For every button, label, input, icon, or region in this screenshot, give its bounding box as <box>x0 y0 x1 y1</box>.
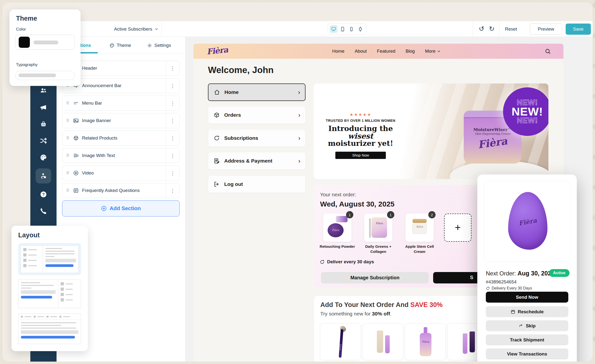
skip-button[interactable]: Skip <box>486 320 568 331</box>
drag-handle-icon[interactable]: ⠿ <box>62 101 73 106</box>
preview-button[interactable]: Preview <box>530 24 562 35</box>
chevron-right-icon: › <box>298 134 300 142</box>
kebab-menu-icon[interactable]: ⋮ <box>166 78 179 93</box>
toolbar-divider <box>499 21 499 37</box>
nav-link-more[interactable]: More <box>425 49 440 54</box>
nav-link-blog[interactable]: Blog <box>405 49 415 54</box>
upsell-subtitle-bold: 30% off <box>372 311 390 316</box>
responsive-preview-button[interactable] <box>356 25 364 33</box>
section-row-image-with-text[interactable]: ⠿ Image With Text ⋮ <box>62 148 180 163</box>
rail-item-flows[interactable] <box>37 135 50 147</box>
jar-brand-script: Fièra <box>463 133 522 153</box>
upsell-product-card[interactable]: Fièra <box>405 323 446 360</box>
kebab-menu-icon[interactable]: ⋮ <box>166 183 179 198</box>
tab-theme[interactable]: Theme <box>109 37 131 54</box>
account-menu-subscriptions[interactable]: Subscriptions › <box>208 129 306 147</box>
gear-icon <box>147 43 152 48</box>
store-nav-links: Home About Featured Blog More <box>332 44 441 59</box>
drag-handle-icon[interactable]: ⠿ <box>62 118 73 123</box>
nav-link-home[interactable]: Home <box>332 49 345 54</box>
rail-item-announcements[interactable] <box>37 101 50 113</box>
undo-button[interactable]: ↺ <box>479 21 484 37</box>
subscription-product-tile[interactable]: Fièra 1 <box>364 214 392 242</box>
upsell-title-highlight: SAVE 30% <box>410 301 443 308</box>
account-menu-orders[interactable]: Orders › <box>208 106 306 124</box>
typography-value-placeholder <box>18 74 56 77</box>
skip-label: Skip <box>526 323 536 329</box>
add-product-tile[interactable]: + <box>444 214 471 242</box>
track-shipment-button[interactable]: Track Shipment <box>486 334 568 345</box>
subscription-product-tile[interactable]: Fièra 1 <box>323 214 351 242</box>
section-row-video[interactable]: ⠿ Video ⋮ <box>62 165 180 181</box>
package-icon <box>214 112 220 118</box>
upsell-product-card[interactable]: Fièra <box>320 323 361 360</box>
upsell-product-card[interactable] <box>363 323 403 360</box>
tab-settings[interactable]: Settings <box>147 37 171 54</box>
sponge-brand-script: Fièra <box>508 215 548 229</box>
section-row-related-products[interactable]: ⠿ Related Products ⋮ <box>62 131 180 146</box>
store-logo[interactable]: Fièra <box>206 45 228 57</box>
chevron-down-icon <box>155 27 158 31</box>
color-picker-field[interactable] <box>15 35 75 50</box>
subscription-product-tile[interactable]: fièra 2 <box>405 214 434 242</box>
view-transactions-button[interactable]: View Transactions <box>486 348 568 359</box>
account-menu-logout[interactable]: Log out <box>208 175 306 193</box>
reschedule-button[interactable]: Reschedule <box>486 306 568 317</box>
shop-now-button[interactable]: Shop Now <box>335 152 386 159</box>
kebab-menu-icon[interactable]: ⋮ <box>166 166 179 181</box>
kebab-menu-icon[interactable]: ⋮ <box>166 96 179 111</box>
rail-item-help[interactable]: ? <box>37 189 50 200</box>
layout-option-top-menu[interactable] <box>18 314 81 344</box>
audience-dropdown[interactable]: Active Subscribers <box>114 21 158 37</box>
rail-item-theme[interactable] <box>37 152 50 163</box>
layout-option-sidebar-left[interactable] <box>18 243 81 275</box>
section-label: Image With Text <box>82 153 115 158</box>
kebab-menu-icon[interactable]: ⋮ <box>166 148 179 163</box>
drag-handle-icon[interactable]: ⠿ <box>62 136 73 141</box>
tab-theme-label: Theme <box>117 43 131 48</box>
nav-link-about[interactable]: About <box>355 49 367 54</box>
account-menu-address-payment[interactable]: Address & Payment › <box>208 152 306 170</box>
image-text-section-icon <box>73 153 79 158</box>
save-button[interactable]: Save <box>566 24 591 35</box>
section-row-menu-bar[interactable]: ⠿ Menu Bar ⋮ <box>62 96 180 111</box>
kebab-menu-icon[interactable]: ⋮ <box>166 61 179 76</box>
audience-label: Active Subscribers <box>114 26 152 32</box>
drag-handle-icon[interactable]: ⠿ <box>62 188 73 193</box>
order-number: #43896254654 <box>486 279 517 285</box>
skip-arrow-icon <box>519 323 523 328</box>
drag-handle-icon[interactable]: ⠿ <box>62 171 73 176</box>
quantity-badge: 2 <box>428 211 436 218</box>
tablet-preview-button[interactable] <box>339 25 347 33</box>
color-swatch[interactable] <box>19 37 30 48</box>
person-basket-icon <box>40 172 47 180</box>
redo-button[interactable]: ↻ <box>489 21 495 37</box>
section-label: Image Banner <box>82 118 111 123</box>
theme-panel: Theme Color Typography <box>9 9 81 86</box>
nav-link-featured[interactable]: Featured <box>377 49 395 54</box>
mobile-preview-button[interactable] <box>347 25 355 33</box>
section-row-faq[interactable]: ⠿ Frequently Asked Questions ⋮ <box>62 183 180 198</box>
rail-item-customer-portal[interactable] <box>36 168 51 183</box>
help-icon: ? <box>40 190 47 198</box>
manage-subscription-button[interactable]: Manage Subscription <box>321 272 429 283</box>
chevron-right-icon: › <box>298 157 300 165</box>
rail-item-support[interactable] <box>37 205 50 217</box>
kebab-menu-icon[interactable]: ⋮ <box>166 113 179 128</box>
send-now-button[interactable]: Send Now <box>486 292 568 303</box>
account-menu-home[interactable]: Home › <box>208 83 306 101</box>
layout-option-sidebar-right[interactable] <box>18 280 81 308</box>
rail-item-products[interactable] <box>37 118 50 130</box>
desktop-preview-button[interactable] <box>330 25 338 33</box>
add-section-button[interactable]: Add Section <box>62 200 180 216</box>
section-row-image-banner[interactable]: ⠿ Image Banner ⋮ <box>62 113 180 128</box>
kebab-menu-icon[interactable]: ⋮ <box>166 131 179 146</box>
product-name: Apple Stem Cell Cream <box>401 244 438 254</box>
typography-field[interactable] <box>15 71 75 80</box>
tablet-icon <box>340 26 345 32</box>
color-label: Color <box>16 27 26 32</box>
rail-item-customers[interactable] <box>37 85 50 96</box>
search-icon[interactable] <box>545 48 551 56</box>
reset-button[interactable]: Reset <box>505 21 517 37</box>
drag-handle-icon[interactable]: ⠿ <box>62 153 73 158</box>
